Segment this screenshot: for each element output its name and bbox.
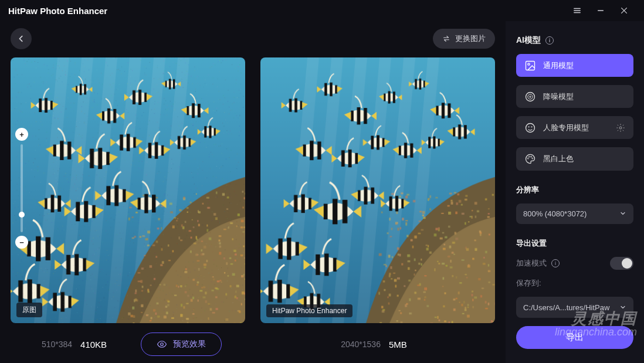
svg-point-13 xyxy=(532,158,533,159)
main-area: 更换图片 + − 原图 HitPaw Photo Enhancer xyxy=(0,21,506,363)
enh-dims: 2040*1536 xyxy=(341,340,381,349)
svg-rect-1 xyxy=(526,61,535,70)
save-to-label: 保存到: xyxy=(516,278,541,289)
minimize-icon[interactable] xyxy=(589,2,612,19)
preview-button[interactable]: 预览效果 xyxy=(141,333,222,356)
save-path-dropdown[interactable]: C:/Users/A...tures/HitPaw xyxy=(516,297,633,318)
enhanced-label: HitPaw Photo Enhancer xyxy=(266,304,352,317)
model-face[interactable]: 人脸专用模型 xyxy=(516,116,633,139)
zoom-thumb[interactable] xyxy=(19,212,25,218)
svg-point-11 xyxy=(528,156,530,157)
preview-label: 预览效果 xyxy=(173,339,206,350)
back-button[interactable] xyxy=(11,28,32,49)
orig-dims: 510*384 xyxy=(42,340,72,349)
chevron-down-icon xyxy=(619,304,626,311)
svg-point-0 xyxy=(161,343,164,346)
resolution-dropdown[interactable]: 800% (4080*3072) xyxy=(516,203,633,225)
model-label: 降噪模型 xyxy=(543,91,574,102)
info-icon[interactable]: i xyxy=(551,259,560,267)
footer: 510*384 410KB 预览效果 2040*1536 5MB xyxy=(11,323,495,357)
enhanced-pane[interactable]: HitPaw Photo Enhancer xyxy=(260,57,495,323)
export-settings-label: 导出设置 xyxy=(516,238,633,249)
resolution-value: 800% (4080*3072) xyxy=(523,209,587,218)
enh-size: 5MB xyxy=(389,340,407,350)
svg-point-5 xyxy=(530,96,531,97)
model-label: 人脸专用模型 xyxy=(543,123,589,133)
export-button-label: 导出 xyxy=(566,332,584,343)
svg-point-6 xyxy=(526,123,535,132)
accel-toggle[interactable] xyxy=(610,257,633,270)
original-label: 原图 xyxy=(16,303,42,317)
ai-model-title: AI模型 i xyxy=(516,35,633,46)
export-button[interactable]: 导出 xyxy=(516,326,633,349)
model-denoise[interactable]: 降噪模型 xyxy=(516,85,633,108)
model-label: 黑白上色 xyxy=(543,154,574,164)
zoom-slider[interactable] xyxy=(21,144,23,232)
model-general[interactable]: 通用模型 xyxy=(516,54,633,77)
swap-image-label: 更换图片 xyxy=(455,33,486,44)
info-icon[interactable]: i xyxy=(545,36,554,45)
svg-point-4 xyxy=(528,94,533,99)
model-label: 通用模型 xyxy=(543,60,574,71)
gear-icon[interactable] xyxy=(616,123,625,133)
save-path-value: C:/Users/A...tures/HitPaw xyxy=(523,303,609,312)
chevron-down-icon xyxy=(619,210,626,217)
accel-label: 加速模式 xyxy=(516,258,547,269)
svg-point-7 xyxy=(528,126,530,127)
titlebar: HitPaw Photo Enhancer xyxy=(0,0,644,21)
svg-point-8 xyxy=(531,126,533,127)
menu-icon[interactable] xyxy=(565,2,589,19)
svg-point-3 xyxy=(526,92,535,101)
zoom-control: + − xyxy=(15,128,28,249)
sidebar: AI模型 i 通用模型 降噪模型 人脸专用模型 黑白上色 分辨率 800% (4… xyxy=(506,21,644,363)
svg-point-9 xyxy=(619,127,622,129)
svg-point-2 xyxy=(528,63,530,65)
zoom-in-button[interactable]: + xyxy=(15,128,28,141)
original-pane[interactable]: + − 原图 xyxy=(11,57,245,323)
svg-point-12 xyxy=(531,156,532,157)
swap-image-button[interactable]: 更换图片 xyxy=(433,29,495,49)
app-title: HitPaw Photo Enhancer xyxy=(8,6,107,16)
model-colorize[interactable]: 黑白上色 xyxy=(516,147,633,170)
zoom-out-button[interactable]: − xyxy=(15,236,28,249)
resolution-label: 分辨率 xyxy=(516,185,633,195)
close-icon[interactable] xyxy=(612,2,636,19)
orig-size: 410KB xyxy=(80,340,107,350)
svg-point-10 xyxy=(527,158,528,159)
